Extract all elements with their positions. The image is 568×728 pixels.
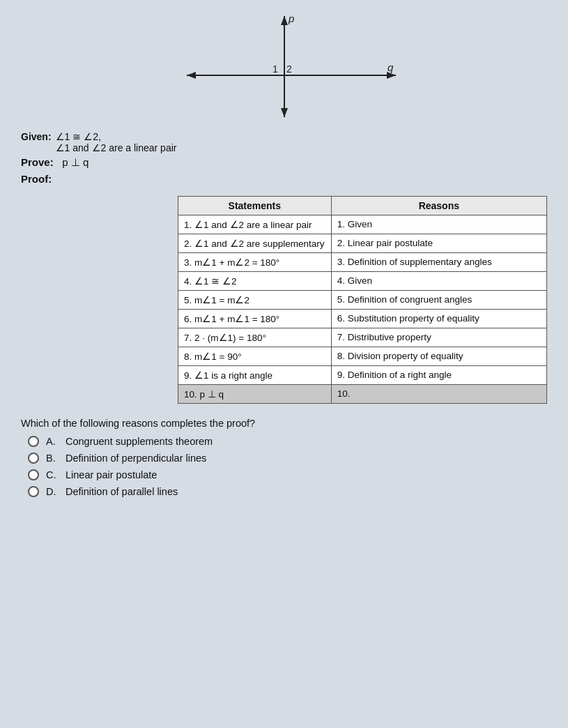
table-row: 6. m∠1 + m∠1 = 180°6. Substitution prope… [178,310,547,328]
given-label: Given: [21,131,52,153]
radio-button[interactable] [28,486,39,497]
option-letter: B. [46,453,59,464]
reason-cell: 6. Substitution property of equality [331,310,546,328]
col-statements-header: Statements [178,197,332,215]
option-letter: D. [46,486,59,497]
option-letter: C. [46,469,59,480]
label-p: p [288,13,294,24]
reason-cell: 3. Definition of supplementary angles [331,253,546,272]
reason-cell: 4. Given [331,272,546,291]
reason-cell: 1. Given [331,215,546,234]
reason-cell: 2. Linear pair postulate [331,234,546,253]
radio-button[interactable] [28,469,39,480]
problem-text: Given: ∠1 ≅ ∠2, ∠1 and ∠2 are a linear p… [0,131,568,196]
question-area: Which of the following reasons completes… [0,415,568,506]
label-2: 2 [286,63,292,75]
options-list: A.Congruent supplements theoremB.Definit… [21,436,547,497]
table-row: 5. m∠1 = m∠25. Definition of congruent a… [178,291,547,310]
option-row[interactable]: A.Congruent supplements theorem [28,436,547,447]
statement-cell: 9. ∠1 is a right angle [178,366,332,385]
reason-cell: 5. Definition of congruent angles [331,291,546,310]
table-row: 8. m∠1 = 90°8. Division property of equa… [178,347,547,366]
radio-button[interactable] [28,453,39,464]
geometry-diagram: p q 1 2 [166,13,403,124]
svg-marker-4 [187,72,196,79]
col-reasons-header: Reasons [331,197,546,215]
statement-cell: 5. m∠1 = m∠2 [178,291,332,310]
diagram-area: p q 1 2 [0,0,568,124]
svg-marker-2 [281,108,288,117]
statement-cell: 4. ∠1 ≅ ∠2 [178,272,332,291]
option-row[interactable]: B.Definition of perpendicular lines [28,453,547,464]
table-row: 10. p ⊥ q10. [178,385,547,404]
question-text: Which of the following reasons completes… [21,418,547,429]
option-text: Definition of perpendicular lines [66,453,206,464]
reason-cell: 7. Distributive property [331,328,546,347]
option-text: Definition of parallel lines [66,486,178,497]
table-row: 1. ∠1 and ∠2 are a linear pair1. Given [178,215,547,234]
proof-table: Statements Reasons 1. ∠1 and ∠2 are a li… [178,196,547,404]
table-row: 4. ∠1 ≅ ∠24. Given [178,272,547,291]
table-row: 2. ∠1 and ∠2 are supplementary2. Linear … [178,234,547,253]
option-letter: A. [46,436,59,447]
statement-cell: 10. p ⊥ q [178,385,332,404]
table-row: 3. m∠1 + m∠2 = 180°3. Definition of supp… [178,253,547,272]
proof-label: Proof: [21,173,52,185]
given-line2: ∠1 and ∠2 are a linear pair [56,142,177,153]
svg-marker-1 [281,16,288,25]
option-row[interactable]: D.Definition of parallel lines [28,486,547,497]
option-row[interactable]: C.Linear pair postulate [28,469,547,480]
table-row: 9. ∠1 is a right angle9. Definition of a… [178,366,547,385]
reason-cell: 9. Definition of a right angle [331,366,546,385]
statement-cell: 2. ∠1 and ∠2 are supplementary [178,234,332,253]
label-q: q [387,61,394,73]
option-text: Linear pair postulate [66,469,157,480]
statement-cell: 3. m∠1 + m∠2 = 180° [178,253,332,272]
statement-cell: 7. 2 · (m∠1) = 180° [178,328,332,347]
prove-text: p ⊥ q [62,156,89,168]
statement-cell: 1. ∠1 and ∠2 are a linear pair [178,215,332,234]
given-line1: ∠1 ≅ ∠2, [56,131,177,142]
reason-cell: 8. Division property of equality [331,347,546,366]
reason-cell: 10. [331,385,546,404]
option-text: Congruent supplements theorem [66,436,213,447]
statement-cell: 8. m∠1 = 90° [178,347,332,366]
label-1: 1 [273,63,278,75]
prove-label: Prove: [21,156,54,168]
radio-button[interactable] [28,436,39,447]
statement-cell: 6. m∠1 + m∠1 = 180° [178,310,332,328]
table-row: 7. 2 · (m∠1) = 180°7. Distributive prope… [178,328,547,347]
proof-table-wrapper: Statements Reasons 1. ∠1 and ∠2 are a li… [0,196,568,415]
